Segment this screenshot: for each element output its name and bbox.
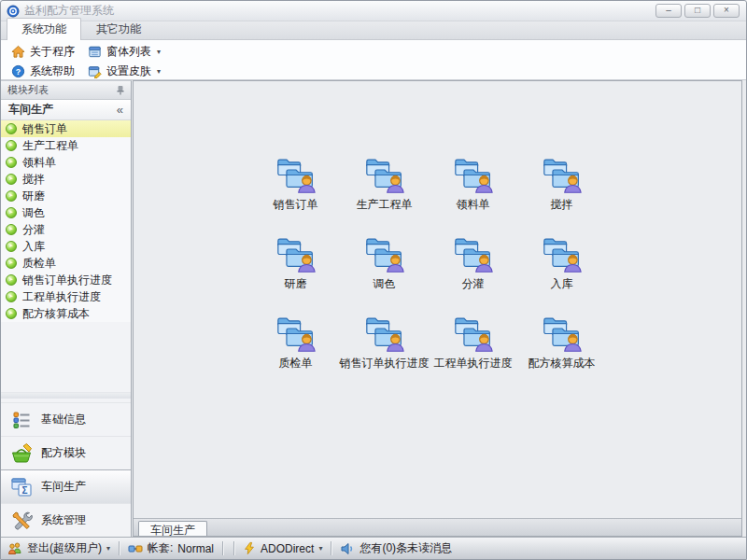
- account-label: 帐套:: [148, 540, 173, 556]
- skin-icon: [88, 64, 102, 78]
- help-icon: ?: [11, 64, 25, 78]
- sidebar-item-grinding[interactable]: 研磨: [1, 188, 131, 204]
- sidebar-item-label: 质检单: [22, 256, 56, 272]
- sidebar-item-label: 调色: [22, 205, 45, 221]
- sidebar-item-mixing[interactable]: 搅拌: [1, 171, 131, 188]
- module-list-title: 模块列表: [7, 83, 49, 97]
- sidebar-item-label: 研磨: [22, 189, 45, 204]
- sidebar-item-engineering-order-progress[interactable]: 工程单执行进度: [1, 288, 131, 305]
- module-list-header: 模块列表: [1, 81, 131, 100]
- data-provider-button[interactable]: ADODirect ▾: [243, 541, 322, 555]
- green-arrow-icon: [6, 258, 17, 269]
- module-item-list: 销售订单 生产工程单 领料单 搅拌 研磨 调色: [1, 120, 131, 322]
- sidebar-item-label: 分灌: [22, 222, 45, 238]
- set-skin-button[interactable]: 设置皮肤 ▾: [81, 63, 167, 80]
- nav-button-label: 系统管理: [41, 512, 86, 528]
- sidebar-item-material-requisition[interactable]: 领料单: [1, 154, 131, 171]
- nav-button-label: 基础信息: [41, 412, 86, 427]
- sigma-form-icon: Σ: [10, 476, 33, 498]
- svg-text:?: ?: [16, 67, 21, 77]
- shortcut-filling[interactable]: 分灌: [429, 236, 517, 292]
- folder-user-icon: [276, 157, 316, 193]
- folder-user-icon: [276, 236, 316, 273]
- navpane-splitter[interactable]: [1, 392, 131, 399]
- shortcut-label: 研磨: [285, 276, 307, 292]
- folder-user-icon: [365, 157, 404, 193]
- account-set-indicator[interactable]: 帐套: Normal: [128, 540, 214, 556]
- green-arrow-icon: [6, 241, 17, 252]
- about-program-button[interactable]: 关于程序: [5, 43, 81, 61]
- sidebar-item-warehousing[interactable]: 入库: [1, 238, 131, 255]
- shortcut-warehousing[interactable]: 入库: [517, 236, 606, 292]
- green-arrow-icon: [6, 157, 17, 168]
- shortcut-grid: 销售订单 生产工程单 领料单 搅拌 研磨 调色: [251, 157, 606, 371]
- green-arrow-icon: [6, 140, 17, 151]
- group-header-workshop[interactable]: 车间生产 «: [1, 100, 131, 120]
- green-arrow-icon: [6, 190, 17, 202]
- nav-workshop-production[interactable]: Σ 车间生产: [1, 469, 131, 503]
- folder-user-icon: [454, 315, 493, 352]
- close-button[interactable]: ×: [713, 4, 740, 18]
- shortcut-production-order[interactable]: 生产工程单: [340, 157, 429, 213]
- statusbar-separator: [222, 541, 223, 555]
- minimize-button[interactable]: –: [655, 4, 682, 18]
- sidebar-item-filling[interactable]: 分灌: [1, 221, 131, 238]
- pin-icon[interactable]: [117, 85, 124, 95]
- logout-label: 登出(超级用户): [27, 540, 102, 556]
- green-arrow-icon: [6, 274, 17, 286]
- toolbar: 关于程序 窗体列表 ▾ ? 系统帮助: [1, 40, 746, 80]
- shortcut-formula-cost[interactable]: 配方核算成本: [517, 315, 606, 371]
- shortcut-sales-order[interactable]: 销售订单: [251, 157, 340, 213]
- svg-text:Σ: Σ: [21, 485, 27, 496]
- tools-icon: [10, 510, 33, 532]
- shortcut-grinding[interactable]: 研磨: [251, 236, 340, 292]
- app-window: 益利配方管理系统 – □ × 系统功能 其它功能 关于程序: [0, 0, 747, 560]
- folder-user-icon: [276, 315, 316, 352]
- shortcut-label: 质检单: [279, 356, 313, 371]
- shortcut-material-requisition[interactable]: 领料单: [429, 157, 517, 213]
- tab-system-functions[interactable]: 系统功能: [7, 18, 81, 40]
- statusbar-separator: [119, 541, 120, 555]
- shortcut-label: 销售订单执行进度: [340, 356, 430, 371]
- folder-user-icon: [365, 236, 404, 273]
- shortcut-sales-order-progress[interactable]: 销售订单执行进度: [340, 315, 429, 371]
- sidebar-item-tinting[interactable]: 调色: [1, 204, 131, 221]
- collapse-icon[interactable]: «: [117, 103, 123, 117]
- shortcut-label: 销售订单: [274, 197, 318, 213]
- nav-basic-info[interactable]: 基础信息: [1, 402, 131, 436]
- dropdown-arrow-icon: ▾: [157, 48, 161, 56]
- system-help-button[interactable]: ? 系统帮助: [5, 63, 81, 80]
- folder-user-icon: [543, 315, 582, 352]
- ribbon-tabs: 系统功能 其它功能: [1, 21, 746, 40]
- nav-button-group: 基础信息 配方模块 Σ 车间生产: [1, 402, 131, 537]
- sidebar-item-quality-inspection[interactable]: 质检单: [1, 255, 131, 272]
- tab-workshop-production[interactable]: 车间生产: [138, 521, 207, 536]
- shortcut-label: 搅拌: [551, 197, 573, 213]
- green-arrow-icon: [6, 224, 17, 235]
- sidebar-item-formula-cost[interactable]: 配方核算成本: [1, 305, 131, 322]
- nav-button-label: 车间生产: [41, 479, 86, 495]
- maximize-button[interactable]: □: [684, 4, 711, 18]
- nav-system-management[interactable]: 系统管理: [1, 503, 131, 537]
- sidebar-item-sales-order[interactable]: 销售订单: [1, 120, 131, 137]
- shortcut-label: 分灌: [462, 276, 485, 292]
- shortcut-mixing[interactable]: 搅拌: [517, 157, 606, 213]
- unread-messages-indicator[interactable]: 您有(0)条未读消息: [340, 540, 452, 556]
- dropdown-arrow-icon: ▾: [106, 544, 110, 553]
- shortcut-tinting[interactable]: 调色: [340, 236, 429, 292]
- shortcut-quality-inspection[interactable]: 质检单: [251, 315, 340, 371]
- sidebar-item-label: 入库: [22, 239, 45, 255]
- sidebar-item-label: 配方核算成本: [22, 306, 90, 322]
- shortcut-engineering-order-progress[interactable]: 工程单执行进度: [429, 315, 517, 371]
- folder-user-icon: [543, 157, 582, 193]
- logout-button[interactable]: 登出(超级用户) ▾: [7, 540, 110, 556]
- tab-other-functions[interactable]: 其它功能: [81, 18, 156, 39]
- nav-formula-module[interactable]: 配方模块: [1, 436, 131, 469]
- sidebar-item-label: 销售订单执行进度: [22, 273, 112, 288]
- sidebar-item-production-order[interactable]: 生产工程单: [1, 137, 131, 154]
- form-list-button[interactable]: 窗体列表 ▾: [81, 43, 167, 61]
- shortcut-label: 配方核算成本: [529, 356, 596, 371]
- nav-button-label: 配方模块: [41, 445, 86, 461]
- sidebar-item-sales-order-progress[interactable]: 销售订单执行进度: [1, 272, 131, 288]
- green-arrow-icon: [6, 174, 17, 185]
